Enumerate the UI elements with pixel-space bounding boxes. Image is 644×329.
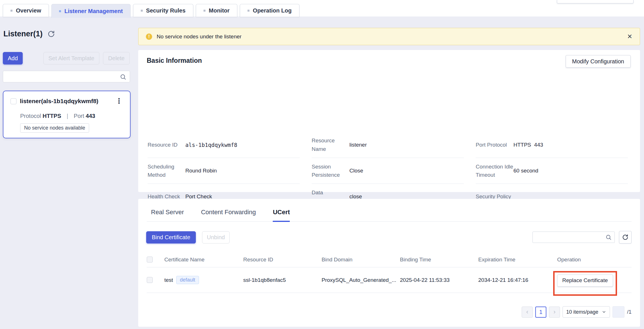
tab-listener-management[interactable]: Listener Management	[51, 4, 131, 18]
field-scheduling-method: Scheduling Method Round Robin	[148, 158, 300, 184]
tab-bullet-icon	[204, 10, 205, 12]
warning-text: No service nodes under the listener	[157, 34, 242, 40]
certificate-toolbar: Bind Certificate Unbind	[146, 231, 632, 243]
field-resource-name: Resource Name listener	[312, 132, 464, 158]
port-label: Port	[74, 113, 84, 119]
tab-ucert[interactable]: UCert	[273, 209, 290, 222]
certificate-resource-id: ssl-1b1qb8enfac5	[243, 277, 322, 283]
listener-count-title: Listener(1)	[3, 30, 43, 38]
page-tabs: Overview Listener Management Security Ru…	[3, 4, 299, 18]
tab-bullet-icon	[141, 10, 143, 12]
modify-configuration-button[interactable]: Modify Configuration	[566, 55, 631, 68]
certificate-table: Certificate Name Resource ID Bind Domain…	[147, 252, 632, 293]
tab-overview[interactable]: Overview	[3, 4, 49, 17]
table-header-row: Certificate Name Resource ID Bind Domain…	[147, 252, 632, 267]
listener-checkbox[interactable]	[11, 98, 16, 104]
page-size-select[interactable]: 10 items/page	[563, 306, 610, 318]
prev-page-button[interactable]: ‹	[522, 307, 533, 318]
set-alert-template-button[interactable]: Set Alert Template	[43, 52, 99, 64]
close-icon[interactable]: ✕	[627, 34, 632, 40]
search-icon[interactable]	[605, 234, 612, 242]
port-value: 443	[86, 113, 95, 119]
col-certificate-name: Certificate Name	[164, 257, 243, 263]
field-port-protocol: Port Protocol HTTPS 443	[476, 132, 628, 158]
field-session-persistence: Session Persistence Close	[312, 158, 464, 184]
protocol-value: HTTPS	[43, 113, 61, 119]
field-resource-id: Resource ID als-1b1qdqykwmf8	[148, 132, 300, 158]
col-expiration-time: Expiration Time	[478, 257, 557, 263]
page-size-label: 10 items/page	[566, 309, 598, 315]
col-bind-domain: Bind Domain	[322, 257, 400, 263]
basic-information-title: Basic Information	[147, 57, 202, 64]
tab-real-server[interactable]: Real Server	[151, 209, 184, 221]
warning-icon: !	[146, 34, 152, 40]
tab-bullet-icon	[11, 10, 12, 12]
default-badge: default	[176, 276, 199, 284]
listener-protocol-port: Protocol HTTPS | Port 443	[20, 113, 95, 119]
col-operation: Operation	[557, 257, 632, 263]
tab-monitor[interactable]: Monitor	[196, 4, 237, 17]
page-jump-input[interactable]	[612, 306, 624, 318]
unbind-button[interactable]: Unbind	[202, 231, 230, 243]
tab-label: Operation Log	[253, 7, 292, 14]
tab-bullet-icon	[59, 10, 61, 12]
bind-domain: ProxySQL_Auto_Generated_...	[322, 277, 400, 283]
row-checkbox[interactable]	[147, 277, 153, 283]
certificate-search-input[interactable]	[533, 232, 614, 243]
delete-listener-button[interactable]: Delete	[103, 52, 130, 64]
replace-certificate-button[interactable]: Replace Certificate	[557, 274, 613, 287]
tab-security-rules[interactable]: Security Rules	[133, 4, 193, 17]
next-page-button[interactable]: ›	[549, 307, 560, 318]
select-all-checkbox[interactable]	[147, 257, 153, 263]
tab-label: Listener Management	[64, 8, 123, 14]
listener-card-title: listener(als-1b1qdqykwmf8)	[20, 98, 98, 105]
col-binding-time: Binding Time	[400, 257, 478, 263]
table-row: test default ssl-1b1qb8enfac5 ProxySQL_A…	[147, 267, 632, 293]
tab-label: Monitor	[209, 7, 230, 14]
certificate-search	[532, 232, 615, 243]
detail-tabs: Real Server Content Forwarding UCert	[147, 199, 632, 222]
no-service-nodes-badge: No service nodes available	[20, 123, 89, 133]
bind-certificate-button[interactable]: Bind Certificate	[146, 231, 196, 243]
pagination: ‹ 1 › 10 items/page /1	[522, 306, 632, 318]
refresh-icon[interactable]	[48, 30, 55, 38]
binding-time: 2025-04-22 11:53:33	[400, 277, 478, 283]
protocol-label: Protocol	[20, 113, 41, 119]
tab-content-forwarding[interactable]: Content Forwarding	[201, 209, 256, 221]
tab-label: Overview	[16, 7, 41, 14]
add-listener-button[interactable]: Add	[3, 52, 23, 64]
search-icon[interactable]	[120, 74, 126, 82]
warning-banner: ! No service nodes under the listener ✕	[138, 28, 640, 45]
table-refresh-button[interactable]	[619, 231, 632, 243]
chevron-down-icon	[602, 310, 606, 314]
current-page-button[interactable]: 1	[535, 307, 546, 318]
top-right-clipped-element	[557, 0, 633, 3]
certificate-name: test	[164, 277, 173, 283]
tab-label: Security Rules	[146, 7, 186, 14]
kebab-menu-icon[interactable]: ⋮	[113, 97, 125, 105]
basic-information-panel: Basic Information Modify Configuration R…	[138, 50, 640, 192]
separator: |	[67, 113, 68, 119]
listener-sidebar: Listener(1) Add Set Alert Template Delet…	[0, 16, 134, 329]
tab-bullet-icon	[247, 10, 249, 12]
expiration-time: 2034-12-21 16:47:16	[478, 277, 557, 283]
col-resource-id: Resource ID	[243, 257, 322, 263]
annotation-red-box: Replace Certificate	[553, 271, 617, 296]
listener-card[interactable]: listener(als-1b1qdqykwmf8) ⋮ Protocol HT…	[3, 91, 131, 138]
listener-search-input[interactable]	[3, 71, 130, 82]
tab-operation-log[interactable]: Operation Log	[240, 4, 299, 17]
listener-search	[3, 71, 130, 82]
detail-panel: Real Server Content Forwarding UCert Bin…	[138, 199, 640, 327]
field-connection-idle-timeout: Connection Idle Timeout 60 second	[476, 158, 628, 184]
total-pages: /1	[627, 309, 632, 315]
